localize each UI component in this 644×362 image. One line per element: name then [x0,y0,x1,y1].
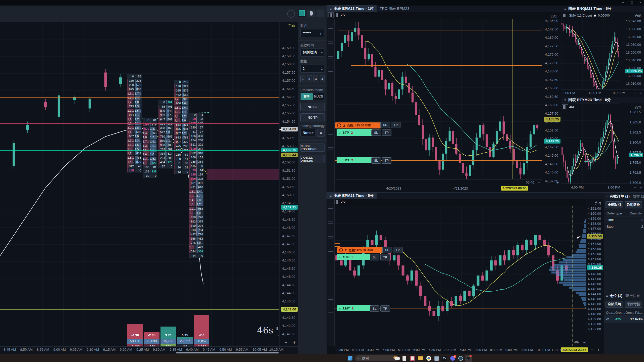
menu-icon[interactable]: ≡ [330,7,332,11]
goto-latest-icon[interactable]: →| [537,180,541,184]
trendline-icon[interactable] [328,66,333,72]
left-time-axis[interactable]: 8:45 AM8:50 AM8:55 AM9:00 AM9:05 AM9:10 … [0,346,298,354]
close-positions-button[interactable]: CLOSE POSITIONS [300,144,325,152]
epm23-1h-plot[interactable]: 2总额: 425.00 USD SL TP ⌂STP2 SL TP ⌂LMT2 … [335,19,542,179]
brush-icon[interactable] [328,216,333,221]
trendline-icon[interactable] [328,246,333,252]
zoom-out-button[interactable]: − [634,186,636,190]
zoom-in-button[interactable]: + [597,347,600,352]
settings-icon[interactable] [328,307,333,312]
magnet-icon[interactable] [328,292,333,297]
alert-icon[interactable] [328,28,333,34]
level-line[interactable] [0,309,279,310]
goto-latest-icon[interactable]: →| [582,340,586,344]
bracket-simple-toggle[interactable]: 简单 [301,93,313,100]
level-line[interactable] [0,123,279,124]
axis-mode-label[interactable]: 手动 [594,201,601,205]
chart-type-icon[interactable] [563,105,567,109]
no-sl-button[interactable]: NO SL [300,103,325,111]
position-pill[interactable]: 2总额: 425.00 USD [337,247,384,253]
magnet-icon[interactable] [328,134,333,140]
axis-zoom-controls[interactable]: − + [634,186,642,190]
chart-type-icon[interactable] [563,14,567,17]
h-scrollbar[interactable] [176,352,279,353]
stepper-icons[interactable]: ▴▾ [321,66,323,71]
stop-order-pill[interactable]: ⌂STP2 [337,129,372,136]
col-quantity[interactable]: Qua... [606,311,615,314]
brush-icon[interactable] [328,36,333,41]
col-gross-pl[interactable]: Gross P/L... [625,311,643,314]
sl-button[interactable]: SL [380,122,390,128]
orange-level-line[interactable] [351,65,542,66]
sl-button[interactable]: SL [371,157,381,164]
tab-account-info[interactable]: 账户信息 [625,293,640,298]
crosshair-icon[interactable] [328,59,333,64]
account-field[interactable]: ******⋮ [300,29,325,37]
rtym23-plot[interactable] [561,103,620,184]
settings-icon[interactable] [328,150,333,155]
crosshair-icon[interactable] [328,239,333,244]
bracket-multi-toggle[interactable]: MULTI [313,93,325,100]
folder-icon[interactable] [418,356,423,360]
sl-button[interactable]: SL [382,247,392,253]
maximize-button[interactable]: □ [631,0,633,4]
sl-button[interactable]: SL [370,254,379,260]
placing-strategy-select[interactable]: None▾ [300,129,316,137]
limit-order-pill[interactable]: ⌂LMT2 [337,157,372,163]
alert-icon[interactable] [328,208,333,214]
zoom-in-button[interactable]: + [640,91,642,96]
tradingview-app-icon[interactable]: TV [442,356,447,361]
close-all-button[interactable]: 全部关闭 [606,301,623,308]
app-icon[interactable] [458,356,463,361]
zoom-out-button[interactable]: − [634,91,636,96]
quick-qty-button[interactable]: 3 [313,75,318,82]
close-losers-button[interactable]: 平掉亏损 [625,301,642,308]
menu-icon[interactable]: ≡ [330,194,332,198]
axis-mode-label[interactable]: 自动 [635,105,641,110]
enq-price-axis[interactable]: 自动 13,090.0013,080.0013,070.0013,060.001… [619,12,644,89]
orange-level-line[interactable] [338,30,542,30]
close-button[interactable]: × [639,0,641,4]
rectangle-icon[interactable] [328,51,333,57]
goto-latest-icon[interactable]: →| [276,333,279,337]
chart-type-icon[interactable] [329,13,333,17]
cursor-icon[interactable] [328,201,333,206]
bottom-time-axis[interactable]: 4/21/2023 23:55 − + 3:30 PM4:00 PM4:30 P… [335,346,604,354]
col-gross[interactable]: Gros... [615,311,625,314]
taskbar-search[interactable]: ○ 搜索 [355,355,399,361]
minimize-button[interactable]: ─ [622,0,624,4]
indicator-icon[interactable] [335,200,339,204]
enq-chart-legend[interactable]: SMA (12:Close) 0.00000 [563,14,610,17]
quantity-stepper[interactable]: 2▴▾ [300,65,325,73]
axis-mode-label[interactable]: 自动 [635,14,641,18]
axis-zoom-controls[interactable]: − + [591,347,600,352]
enq-time-axis[interactable]: 2:00 PM 4:00 PM 8:00 PM − + [561,89,644,97]
rty-time-axis[interactable]: 4:00 PM 8:00 PM − + [561,184,644,192]
calculator-app-icon[interactable] [434,356,439,361]
level-line[interactable] [0,150,279,151]
axis-mode-label[interactable]: 手动 [288,24,295,28]
menu-icon[interactable]: ≡ [564,7,566,11]
cancel-all-button[interactable]: 全部取消 [606,201,623,208]
rty-price-axis[interactable]: 自动 1,807.51,805.01,802.51,800.01,797.51,… [619,103,644,184]
dom-footprint-chart[interactable]: 0581602282505766258881,6...1,7...1,7...1… [0,22,279,346]
menu-icon[interactable]: ≡ [564,98,566,102]
chart-scope-icon[interactable] [287,10,295,18]
visibility-icon[interactable] [328,142,333,148]
briefcase-icon[interactable] [316,10,324,17]
document-app-icon[interactable] [403,356,406,361]
account-menu-icon[interactable]: ⋮ [319,31,323,35]
tp-button[interactable]: TP [380,305,390,312]
quick-qty-button[interactable]: 2 [307,75,312,82]
quick-qty-button[interactable]: 1 [300,75,305,82]
axis-zoom-controls[interactable]: − + [634,91,642,96]
zoom-in-button[interactable]: + [293,340,296,345]
quick-qty-button[interactable]: 4 [320,75,325,82]
tab-working-orders[interactable]: ≡有效订单 (2) [606,194,630,199]
tab-epm23-5m[interactable]: ≡图表 EPM23 Time - 5分 [327,192,377,199]
visibility-icon[interactable] [328,299,333,305]
tp-button[interactable]: TP [393,247,403,253]
indicator-icon[interactable] [335,13,339,17]
col-quantity[interactable]: Quantity [630,211,642,215]
orange-level-line[interactable] [335,237,586,237]
